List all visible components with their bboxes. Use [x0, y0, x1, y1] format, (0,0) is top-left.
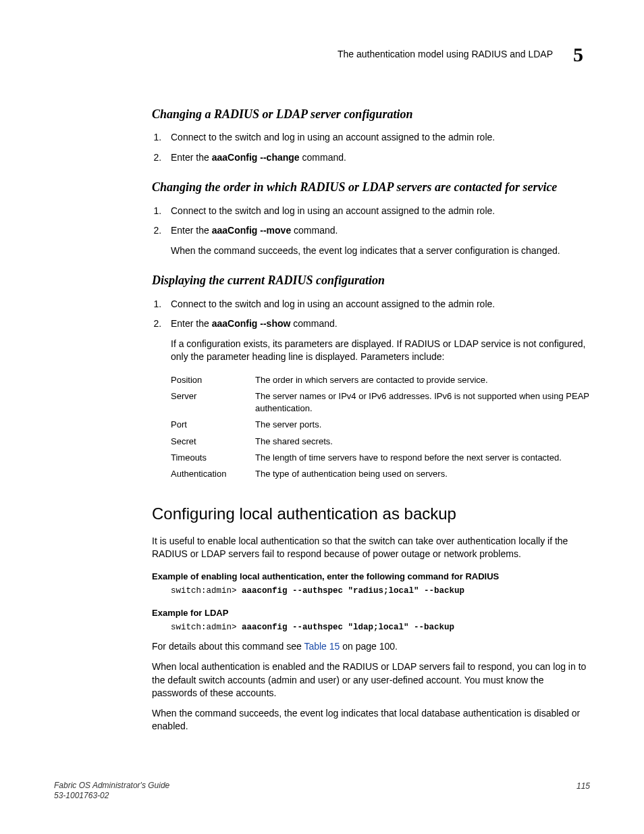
cmd-name: aaaConfig	[212, 152, 258, 163]
heading-changing-config: Changing a RADIUS or LDAP server configu…	[152, 106, 590, 123]
param-value: The server ports.	[255, 419, 590, 431]
footer-doc-id: 53-1001763-02	[54, 791, 169, 802]
paragraph: When local authentication is enabled and…	[152, 660, 590, 700]
heading-changing-order: Changing the order in which RADIUS or LD…	[152, 179, 590, 196]
parameter-table: PositionThe order in which servers are c…	[171, 372, 590, 482]
step-text: Connect to the switch and log in using a…	[171, 205, 495, 216]
step-text: command.	[291, 225, 338, 236]
example-title: Example for LDAP	[152, 607, 590, 619]
heading-displaying-config: Displaying the current RADIUS configurat…	[152, 272, 590, 289]
footer-page-number: 115	[576, 781, 590, 802]
cross-ref-link[interactable]: Table 15	[304, 641, 340, 652]
paragraph: When the command succeeds, the event log…	[152, 707, 590, 733]
prompt: switch:admin>	[171, 623, 242, 632]
param-key: Server	[171, 390, 255, 415]
param-key: Timeouts	[171, 452, 255, 464]
steps-changing-order: Connect to the switch and log in using a…	[164, 205, 590, 238]
param-value: The shared secrets.	[255, 436, 590, 448]
cmd-text: aaaconfig --authspec "ldap;local" --back…	[242, 623, 454, 632]
steps-displaying-config: Connect to the switch and log in using a…	[164, 298, 590, 331]
text: For details about this command see	[152, 641, 304, 652]
cmd-option: --move	[260, 225, 291, 236]
param-key: Authentication	[171, 468, 255, 480]
table-row: ServerThe server names or IPv4 or IPv6 a…	[171, 388, 590, 417]
step-item: Connect to the switch and log in using a…	[164, 205, 590, 218]
step-text: Connect to the switch and log in using a…	[171, 298, 495, 309]
param-key: Port	[171, 419, 255, 431]
step-text: Enter the	[171, 318, 212, 329]
cmd-option: --show	[260, 318, 290, 329]
code-block: switch:admin> aaaconfig --authspec "radi…	[171, 585, 590, 598]
cmd-name: aaaConfig	[212, 225, 258, 236]
cmd-name: aaaConfig	[212, 318, 258, 329]
param-value: The type of authentication being used on…	[255, 468, 590, 480]
page-footer: Fabric OS Administrator's Guide 53-10017…	[54, 781, 590, 802]
param-key: Secret	[171, 436, 255, 448]
step-text: Enter the	[171, 225, 212, 236]
paragraph: It is useful to enable local authenticat…	[152, 535, 590, 561]
step-item: Enter the aaaConfig --move command.	[164, 224, 590, 238]
cmd-text: aaaconfig --authspec "radius;local" --ba…	[242, 586, 464, 596]
step-item: Connect to the switch and log in using a…	[164, 131, 590, 145]
param-value: The length of time servers have to respo…	[255, 452, 590, 464]
heading-local-auth-backup: Configuring local authentication as back…	[152, 502, 590, 525]
table-row: AuthenticationThe type of authentication…	[171, 466, 590, 482]
steps-changing-config: Connect to the switch and log in using a…	[164, 131, 590, 164]
running-header: The authentication model using RADIUS an…	[152, 41, 590, 69]
step-note: When the command succeeds, the event log…	[171, 244, 590, 258]
example-title: Example of enabling local authentication…	[152, 571, 590, 583]
prompt: switch:admin>	[171, 586, 242, 596]
step-item: Enter the aaaConfig --show command.	[164, 317, 590, 331]
cmd-option: --change	[260, 152, 299, 163]
running-header-title: The authentication model using RADIUS an…	[338, 48, 553, 61]
chapter-number: 5	[573, 41, 583, 69]
paragraph: For details about this command see Table…	[152, 640, 590, 654]
table-row: PortThe server ports.	[171, 417, 590, 433]
step-text: Connect to the switch and log in using a…	[171, 132, 495, 142]
param-key: Position	[171, 374, 255, 386]
table-row: TimeoutsThe length of time servers have …	[171, 450, 590, 466]
text: on page 100.	[340, 641, 398, 652]
code-block: switch:admin> aaaconfig --authspec "ldap…	[171, 622, 590, 634]
param-value: The order in which servers are contacted…	[255, 374, 590, 386]
param-value: The server names or IPv4 or IPv6 address…	[255, 390, 590, 415]
step-item: Connect to the switch and log in using a…	[164, 298, 590, 311]
step-note: If a configuration exists, its parameter…	[171, 338, 590, 364]
table-row: SecretThe shared secrets.	[171, 434, 590, 450]
step-text: Enter the	[171, 152, 212, 163]
footer-doc-title: Fabric OS Administrator's Guide	[54, 781, 169, 791]
step-item: Enter the aaaConfig --change command.	[164, 151, 590, 165]
table-row: PositionThe order in which servers are c…	[171, 372, 590, 388]
step-text: command.	[300, 152, 346, 163]
step-text: command.	[290, 318, 337, 329]
